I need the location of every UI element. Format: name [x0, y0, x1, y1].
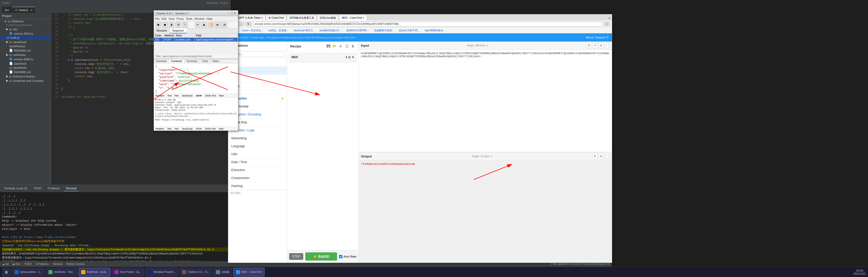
browser-tab-baota[interactable]: 宝塔Linux面板	[317, 15, 339, 21]
charles-dtab-notes[interactable]: Notes	[210, 59, 221, 63]
taskbar-newproject[interactable]: New Project - Ja...	[112, 268, 144, 276]
bookmark-so[interactable]: so抓包、反混淆...	[267, 28, 290, 33]
browser-url-bar[interactable]	[253, 22, 602, 27]
tree-item-navelhook-folder[interactable]: ▶ 🗂 navelHook	[0, 40, 51, 44]
taskbar-powershell[interactable]: Windows PowerS...	[145, 268, 179, 276]
charles-btab-text[interactable]: Text	[166, 127, 173, 131]
browser-bookmark-btn[interactable]: ☆	[604, 22, 610, 26]
tree-item-dev[interactable]: ▶ 🗂 dev	[0, 27, 51, 31]
recipe-copy-btn[interactable]: ⧉	[338, 44, 343, 49]
charles-menu-help[interactable]: Help	[207, 17, 212, 20]
bookmark-linux[interactable]: Linux—完全安全...	[241, 28, 265, 33]
charles-maximize-btn[interactable]: □	[231, 11, 232, 15]
bookmark-encrypt[interactable]: 实战解密与加密...	[372, 28, 396, 33]
ops-search-input[interactable]	[230, 51, 285, 57]
browser-tab-cyberchef[interactable]: ⚙ CyberChef	[266, 15, 287, 21]
recipe-item-delete-btn[interactable]: ✕	[352, 55, 354, 59]
charles-row-0[interactable]: 200 POST m.dewu.com /api/v1/app/user-cor…	[154, 38, 238, 42]
step-button[interactable]: STEP	[289, 253, 303, 260]
tree-item-readme2[interactable]: 📄 README.md	[0, 70, 51, 74]
taskbar-charles[interactable]: Charles 4.6.1 - S...	[179, 268, 212, 276]
tree-item-mehuajiu[interactable]: ▶ 🗂 meHuaJiu	[0, 53, 51, 57]
bookmark-layer[interactable]: layer弹框特效分...	[423, 28, 447, 33]
charles-btab-jsontext[interactable]: JSON Text	[204, 127, 217, 131]
bookmark-java[interactable]: JavaJs,jd-AES,3...	[292, 29, 316, 32]
output-expand-btn[interactable]: ⛶	[605, 154, 610, 159]
recipe-item-disable-btn[interactable]: ⊘	[348, 55, 351, 59]
bake-button[interactable]: ⚡ BAKE!	[305, 252, 337, 260]
tree-item-readme1[interactable]: 📄 README.md	[0, 48, 51, 53]
tree-item-navelhookjs[interactable]: navelHook.js	[0, 44, 51, 48]
charles-subtab-hex[interactable]: Hex	[173, 94, 180, 98]
charles-menu-edit[interactable]: Edit	[162, 17, 166, 20]
input-load-btn[interactable]: ⬆	[586, 43, 591, 48]
charles-dtab-summary[interactable]: Summary	[184, 59, 200, 63]
tree-item-version4622[interactable]: 🔷 version-4622.ts	[0, 31, 51, 36]
tree-item-navelhook2[interactable]: 🗂 navelHook	[0, 66, 51, 70]
browser-tab-json[interactable]: JSON格式化查看工具	[287, 15, 317, 21]
charles-subtab-jsontext[interactable]: JSON Text	[204, 94, 217, 98]
charles-dtab-contents[interactable]: Contents	[169, 59, 184, 63]
cyberchef-about-support[interactable]: About / Support ⑦	[586, 36, 609, 39]
recipe-paste-btn[interactable]: 📋	[344, 44, 349, 49]
output-copy-btn[interactable]: ⧉	[598, 154, 604, 159]
taskbar-mds-cyber[interactable]: MDS - CyberChef	[233, 268, 265, 276]
charles-subtab-headers[interactable]: Headers	[154, 94, 166, 98]
charles-menu-view[interactable]: View	[168, 17, 175, 20]
charles-btab-hex[interactable]: Hex	[173, 127, 180, 131]
tree-item-version9080[interactable]: 🔷 version-9080.ts	[0, 57, 51, 61]
charles-btab-raw[interactable]: Raw	[217, 127, 225, 131]
output-save-btn[interactable]: ⬇	[592, 154, 597, 159]
input-clear-btn[interactable]: ✕	[592, 43, 597, 48]
tab-todo[interactable]: TODO	[31, 186, 43, 191]
input-expand-btn[interactable]: ⛶	[605, 43, 610, 48]
charles-dtab-overview[interactable]: Overview	[154, 59, 169, 63]
ops-networking[interactable]: Networking	[228, 134, 287, 142]
tab-hookjs[interactable]: JS hook.js ✕	[12, 7, 35, 13]
charles-subtab-json[interactable]: JSON	[194, 94, 204, 98]
charles-btab-headers[interactable]: Headers	[154, 127, 166, 131]
ops-compression[interactable]: Compression	[228, 174, 287, 182]
new-tab-btn[interactable]: +	[607, 16, 612, 21]
charles-repeat-btn[interactable]: 🔁	[208, 22, 214, 28]
charles-menu-window[interactable]: Window	[194, 17, 205, 20]
bookmark-jquery[interactable]: jQuery/几种不同...	[398, 28, 421, 33]
tab-terminal[interactable]: Terminal	[64, 186, 79, 191]
browser-forward-btn[interactable]: →	[238, 22, 244, 26]
ops-utils[interactable]: Utils	[228, 150, 287, 158]
tab-dev[interactable]: dev	[2, 7, 12, 13]
recipe-save-btn[interactable]: 💾	[326, 44, 331, 49]
tab-problems[interactable]: Problems	[45, 186, 61, 191]
charles-stop-btn[interactable]: ⏹	[162, 22, 168, 28]
input-textarea[interactable]: knGGXR0bR7LQn4eRCvJsdZ4096wrRcY12zPwWxLM…	[359, 50, 612, 152]
charles-minimize-btn[interactable]: −	[228, 11, 230, 15]
charles-menu-proxy[interactable]: Proxy	[177, 17, 184, 20]
taskbar-mycomputer[interactable]: 此电脑	[213, 268, 232, 276]
recipe-clear-btn[interactable]: 🗑	[350, 44, 355, 49]
taskbar-fridahook[interactable]: fridaHook - hook...	[79, 268, 111, 276]
charles-subtab-js[interactable]: JavaScript	[180, 94, 194, 98]
taskbar-kshow[interactable]: kshow-python - 1...	[12, 268, 44, 276]
tab-terminal-local[interactable]: Terminal: Local (2)	[2, 186, 29, 191]
charles-throttle-btn[interactable]: 🐢	[221, 22, 227, 28]
ops-datetime[interactable]: Date / Time	[228, 158, 287, 166]
charles-subtab-text[interactable]: Text	[166, 94, 173, 98]
charles-menu-file[interactable]: File	[155, 17, 160, 20]
charles-clear-btn[interactable]: 🗑	[169, 22, 175, 28]
ops-extractors[interactable]: Extractors	[228, 166, 287, 174]
tree-item-hookjs[interactable]: JS hook.js	[0, 36, 51, 40]
tree-item-fridahook[interactable]: ▼ 🗂 fridaHook	[0, 19, 51, 23]
tree-item-scratches[interactable]: ▶ 🗂 Scratches and Consoles	[0, 79, 51, 83]
bookmark-proxy[interactable]: 使用特向代理FAR...	[345, 28, 370, 33]
charles-compose-btn[interactable]: ✏	[195, 22, 200, 28]
charles-subtab-raw[interactable]: Raw	[217, 94, 225, 98]
charles-execute-btn[interactable]: ▶	[202, 22, 207, 28]
charles-filter-btn[interactable]: ⚙	[176, 22, 181, 28]
tree-item-javahook[interactable]: 📄 JavaHook	[0, 61, 51, 66]
charles-btab-js[interactable]: JavaScript	[180, 127, 194, 131]
charles-btab-json[interactable]: JSON	[194, 127, 204, 131]
auto-bake-checkbox[interactable]	[339, 255, 342, 258]
charles-settings-btn[interactable]: 🔧	[182, 22, 188, 28]
charles-menu-tools[interactable]: Tools	[186, 17, 192, 20]
ops-language[interactable]: Language	[228, 142, 287, 150]
